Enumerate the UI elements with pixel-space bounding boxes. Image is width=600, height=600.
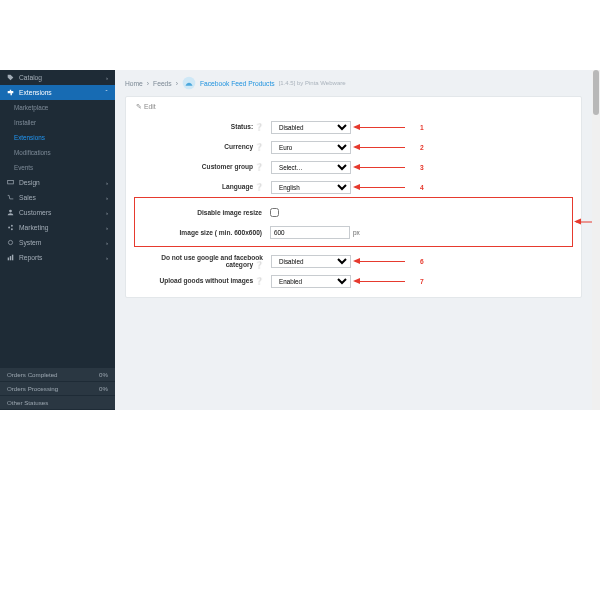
tv-icon [7,179,14,186]
svg-point-4 [11,228,13,230]
annotation-arrow-icon [355,165,410,170]
svg-point-2 [8,227,10,229]
sidebar-item-marketing[interactable]: Marketing› [0,220,115,235]
row-language: Language ❔ English 4 [136,177,571,197]
bars-icon [7,254,14,261]
row-image-size: Image size ( min. 600x600) px [135,222,572,242]
annotation-arrow-icon [355,145,410,150]
label-group: Customer group ❔ [136,163,271,171]
main-area: Home› Feeds› Facebook Feed Products [1.4… [115,70,592,410]
sidebar-item-marketplace[interactable]: Marketplace [0,100,115,115]
crumb-title[interactable]: Facebook Feed Products [200,80,275,87]
label-size: Image size ( min. 600x600) [135,229,270,236]
annotation-arrow-icon [355,279,410,284]
crumb-version: [1.4.5] by Pinta Webware [279,80,346,86]
select-noimg[interactable]: Enabled [271,275,351,288]
user-icon [7,209,14,216]
sidebar-item-catalog[interactable]: Catalog › [0,70,115,85]
row-currency: Currency ❔ Euro 2 [136,137,571,157]
help-icon[interactable]: ❔ [255,183,263,190]
puzzle-icon [7,89,14,96]
row-no-category: Do not use google and facebook category … [136,251,571,271]
crumb-feeds[interactable]: Feeds [153,80,172,87]
help-icon[interactable]: ❔ [255,123,263,130]
sidebar-footer: Orders Completed0% Orders Processing0% O… [0,368,115,410]
sidebar-item-events[interactable]: Events [0,160,115,175]
sidebar-label: Catalog [19,74,42,81]
row-no-images: Upload goods without images ❔ Enabled 7 [136,271,571,291]
svg-rect-7 [10,256,11,260]
scrollbar-track[interactable] [592,70,600,410]
select-group[interactable]: Select… [271,161,351,174]
input-size[interactable] [270,226,350,239]
annotation-arrow-icon [355,259,410,264]
annotation-arrow-icon [355,125,410,130]
sidebar-item-installer[interactable]: Installer [0,115,115,130]
svg-point-3 [11,225,13,227]
sidebar-item-modifications[interactable]: Modifications [0,145,115,160]
crumb-home[interactable]: Home [125,80,143,87]
sidebar-item-design[interactable]: Design› [0,175,115,190]
select-currency[interactable]: Euro [271,141,351,154]
label-currency: Currency ❔ [136,143,271,151]
chevron-down-icon: ˅ [105,89,108,96]
product-logo-icon [182,76,196,90]
share-icon [7,224,14,231]
sidebar-item-reports[interactable]: Reports› [0,250,115,265]
chevron-right-icon: › [106,75,108,81]
sidebar-label: Extensions [19,89,52,96]
label-resize: Disable image resize [135,209,270,216]
help-icon[interactable]: ❔ [255,261,263,268]
footer-other-statuses: Other Statuses [0,396,115,410]
label-nocat: Do not use google and facebook category … [136,254,271,269]
help-icon[interactable]: ❔ [255,143,263,150]
breadcrumb: Home› Feeds› Facebook Feed Products [1.4… [115,70,592,96]
edit-panel: ✎ Edit Status: ❔ Disabled 1 Currency ❔ E… [125,96,582,298]
svg-point-5 [8,240,12,244]
sidebar-item-customers[interactable]: Customers› [0,205,115,220]
annotation-num: 1 [420,124,424,131]
sidebar-item-system[interactable]: System› [0,235,115,250]
row-disable-resize: Disable image resize [135,202,572,222]
checkbox-resize[interactable] [270,208,279,217]
footer-orders-processing: Orders Processing0% [0,382,115,396]
unit-px: px [353,229,360,236]
panel-title: ✎ Edit [136,103,571,111]
cart-icon [7,194,14,201]
label-language: Language ❔ [136,183,271,191]
help-icon[interactable]: ❔ [255,277,263,284]
svg-rect-0 [8,180,14,184]
annotation-arrow-icon [355,185,410,190]
row-status: Status: ❔ Disabled 1 [136,117,571,137]
select-status[interactable]: Disabled [271,121,351,134]
sidebar-item-sales[interactable]: Sales› [0,190,115,205]
tag-icon [7,74,14,81]
scrollbar-thumb[interactable] [593,70,599,115]
label-noimg: Upload goods without images ❔ [136,277,271,285]
sidebar-item-extensions[interactable]: Extensions ˅ [0,85,115,100]
help-icon[interactable]: ❔ [255,163,263,170]
svg-rect-8 [12,255,13,261]
select-nocat[interactable]: Disabled [271,255,351,268]
footer-orders-completed: Orders Completed0% [0,368,115,382]
select-language[interactable]: English [271,181,351,194]
svg-point-1 [9,210,12,213]
sidebar: Catalog › Extensions ˅ Marketplace Insta… [0,70,115,410]
label-status: Status: ❔ [136,123,271,131]
highlight-box: Disable image resize Image size ( min. 6… [134,197,573,247]
row-customer-group: Customer group ❔ Select… 3 [136,157,571,177]
gear-icon [7,239,14,246]
svg-rect-6 [8,258,9,261]
sidebar-item-extensions-sub[interactable]: Extensions [0,130,115,145]
